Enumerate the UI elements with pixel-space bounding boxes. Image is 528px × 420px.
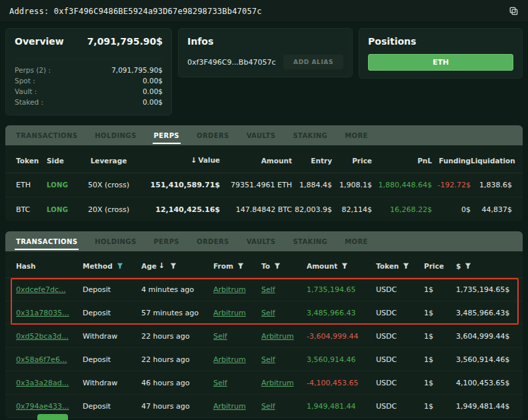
position-entry: 1,884.4$ — [292, 181, 332, 189]
col-price[interactable]: Price — [332, 157, 372, 165]
address-bar: Address: 0xf3F496C9486BE5924a93D67e98298… — [0, 0, 528, 23]
col-token[interactable]: Token — [16, 157, 47, 165]
tx-tab-more[interactable]: MORE — [336, 231, 377, 251]
filter-funnel-icon — [403, 263, 409, 269]
tx-from-link[interactable]: Arbitrum — [213, 355, 261, 364]
col-value[interactable]: ↓Value — [137, 156, 220, 165]
tx-tab-perps[interactable]: PERPS — [145, 231, 188, 251]
copy-icon[interactable] — [509, 6, 519, 16]
add-alias-button[interactable]: ADD ALIAS — [283, 55, 343, 69]
perps-tab-orders[interactable]: ORDERS — [188, 125, 238, 145]
tx-method: Deposit — [83, 402, 141, 411]
position-price: 1,908.1$ — [332, 181, 372, 189]
tx-to-link[interactable]: Arbitrum — [261, 379, 307, 387]
transactions-table-header: Hash Method Age↓ From To Amount Token Pr… — [5, 254, 523, 278]
tx-age: 46 hours ago — [141, 379, 213, 387]
position-entry: 82,003.9$ — [292, 205, 332, 214]
perps-tab-staking[interactable]: STAKING — [284, 125, 336, 145]
tx-from-link[interactable]: Self — [213, 379, 261, 387]
infos-card: Infos 0xf3F496C9...Bb47057c ADD ALIAS — [178, 28, 353, 77]
perps-tab-more[interactable]: MORE — [336, 125, 377, 145]
tx-to-link[interactable]: Self — [261, 355, 307, 364]
sort-descending-icon: ↓ — [191, 156, 197, 165]
tx-hash-link[interactable]: 0xdcefe7dc... — [16, 285, 83, 294]
col-amount[interactable]: Amount — [307, 262, 376, 270]
tx-to-link[interactable]: Arbitrum — [261, 332, 307, 341]
perps-tab-transactions[interactable]: TRANSACTIONS — [7, 125, 86, 145]
tx-to-link[interactable]: Self — [261, 309, 307, 317]
tx-age: 4 minutes ago — [141, 285, 213, 294]
tx-usd: 4,100,453.65$ — [456, 379, 512, 387]
tx-from-link[interactable]: Arbitrum — [213, 309, 261, 317]
tx-method: Deposit — [83, 285, 141, 294]
tx-tab-vaults[interactable]: VAULTS — [238, 231, 285, 251]
tx-tab-orders[interactable]: ORDERS — [188, 231, 238, 251]
tx-token: USDC — [376, 309, 424, 317]
tx-method: Withdraw — [83, 332, 141, 341]
tx-price: 1$ — [424, 402, 456, 411]
tx-token: USDC — [376, 285, 424, 294]
tx-hash-link[interactable]: 0xd52bca3d... — [16, 332, 83, 341]
tx-token: USDC — [376, 332, 424, 341]
tx-from-link[interactable]: Arbitrum — [213, 402, 261, 411]
tx-hash-link[interactable]: 0x794ae433... — [16, 402, 83, 411]
tx-tab-transactions[interactable]: TRANSACTIONS — [7, 231, 86, 251]
tx-age: 22 hours ago — [141, 332, 213, 341]
transaction-row: 0x58a6f7e6... Deposit 22 hours ago Arbit… — [5, 348, 523, 371]
col-funding[interactable]: Funding — [432, 157, 471, 165]
position-pnl: 16,268.22$ — [372, 205, 432, 214]
col-to[interactable]: To — [261, 262, 307, 270]
position-funding: -192.72$ — [432, 181, 471, 189]
col-token[interactable]: Token — [376, 262, 424, 270]
tx-tab-staking[interactable]: STAKING — [284, 231, 336, 251]
transaction-row: 0x3a3a28ad... Withdraw 46 hours ago Self… — [5, 371, 523, 395]
filter-funnel-icon — [274, 263, 281, 269]
tx-to-link[interactable]: Self — [261, 402, 307, 411]
col-method[interactable]: Method — [83, 262, 141, 270]
tx-amount: 3,485,966.43 — [307, 309, 376, 317]
col-amount[interactable]: Amount — [220, 157, 292, 165]
perps-tab-vaults[interactable]: VAULTS — [238, 125, 285, 145]
tx-tab-holdings[interactable]: HOLDINGS — [86, 231, 145, 251]
bottom-widget-button[interactable] — [37, 414, 68, 420]
perps-tabbar: TRANSACTIONS HOLDINGS PERPS ORDERS VAULT… — [5, 125, 523, 145]
position-token: BTC — [16, 205, 47, 214]
sort-descending-icon: ↓ — [159, 261, 165, 270]
col-hash[interactable]: Hash — [16, 262, 83, 270]
position-amount: 147.84842 BTC — [220, 205, 292, 214]
tx-from-link[interactable]: Arbitrum — [213, 285, 261, 294]
tx-amount: -4,100,453.65 — [307, 379, 376, 387]
tx-from-link[interactable]: Self — [213, 332, 261, 341]
col-leverage[interactable]: Leverage — [80, 157, 137, 165]
col-price[interactable]: Price — [424, 262, 456, 270]
overview-card: Overview 7,091,795.90$ Perps (2) : 7,091… — [5, 28, 172, 115]
col-side[interactable]: Side — [47, 157, 80, 165]
overview-row-perps: Perps (2) : 7,091,795.90$ — [15, 65, 163, 75]
col-from[interactable]: From — [213, 262, 261, 270]
perps-row-btc: BTC LONG 20X (cross) 12,140,425.16$ 147.… — [5, 197, 523, 221]
tx-hash-link[interactable]: 0x3a3a28ad... — [16, 379, 83, 387]
transaction-row: 0x31a78035... Deposit 57 minutes ago Arb… — [5, 301, 523, 325]
position-eth-button[interactable]: ETH — [368, 54, 513, 71]
position-liquidation: 44,837$ — [471, 205, 512, 214]
transaction-row: 0xd52bca3d... Withdraw 22 hours ago Self… — [5, 325, 523, 348]
overview-title: Overview — [15, 36, 64, 47]
col-entry[interactable]: Entry — [292, 157, 332, 165]
col-pnl[interactable]: PnL — [372, 157, 432, 165]
tx-to-link[interactable]: Self — [261, 285, 307, 294]
tx-hash-link[interactable]: 0x58a6f7e6... — [16, 355, 83, 364]
tx-usd: 1,735,194.65$ — [456, 285, 512, 294]
position-token: ETH — [16, 181, 47, 189]
col-usd[interactable]: $ — [456, 262, 512, 270]
position-liquidation: 1,838.6$ — [471, 181, 512, 189]
col-liquidation[interactable]: Liquidation — [471, 157, 512, 165]
tx-hash-link[interactable]: 0x31a78035... — [16, 309, 83, 317]
transactions-section: TRANSACTIONS HOLDINGS PERPS ORDERS VAULT… — [5, 231, 523, 418]
perps-tab-perps[interactable]: PERPS — [145, 125, 188, 145]
position-leverage: 50X (cross) — [80, 181, 137, 189]
tx-method: Deposit — [83, 309, 141, 317]
position-funding: 0$ — [432, 205, 471, 214]
position-value: 12,140,425.16$ — [137, 205, 220, 214]
col-age[interactable]: Age↓ — [141, 261, 213, 270]
perps-tab-holdings[interactable]: HOLDINGS — [86, 125, 145, 145]
